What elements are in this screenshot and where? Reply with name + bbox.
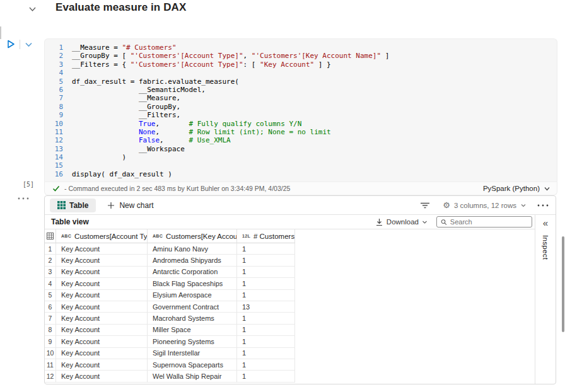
- table-row[interactable]: 10Key AccountSigil Interstellar1: [45, 348, 535, 359]
- table-row[interactable]: 2Key AccountAndromeda Shipyards1: [45, 255, 535, 266]
- row-filler: [295, 359, 535, 371]
- table-row[interactable]: 7Key AccountMacrohard Systems1: [45, 313, 535, 324]
- table-cell: Black Flag Spaceships: [148, 278, 237, 289]
- table-row[interactable]: 11Key AccountSupernova Spaceparts1: [45, 359, 535, 371]
- code-text: display( df_dax_result ): [72, 170, 172, 178]
- column-header[interactable]: ABCCustomers[Account Type]: [56, 229, 148, 243]
- line-number: 13: [45, 145, 72, 153]
- header-filler: [295, 229, 535, 243]
- code-line[interactable]: 2__GroupBy = [ "'Customers'[Account Type…: [45, 52, 557, 60]
- table-cell: Andromeda Shipyards: [148, 255, 237, 266]
- table-cell: 1: [237, 325, 295, 336]
- row-number-cell: 5: [45, 290, 56, 301]
- table-row[interactable]: 9Key AccountPioneering Systems1: [45, 336, 535, 347]
- code-token: __Filters,: [72, 111, 180, 119]
- code-token: # Fully qualify columns Y/N: [189, 120, 301, 128]
- row-filler: [295, 301, 535, 313]
- code-line[interactable]: 3__Filters = { "'Customers'[Account Type…: [45, 61, 557, 69]
- code-token: "Key Account": [260, 61, 314, 69]
- download-button[interactable]: Download: [375, 218, 428, 226]
- table-cell: 1: [237, 348, 295, 359]
- code-text: True, # Fully qualify columns Y/N: [72, 120, 301, 128]
- table-cell: Wel Walla Ship Repair: [148, 371, 237, 382]
- run-cell-button[interactable]: [6, 39, 16, 49]
- table-row[interactable]: 3Key AccountAntarctic Corporation1: [45, 267, 535, 278]
- line-number: 10: [45, 120, 72, 128]
- row-number-cell: 6: [45, 301, 56, 313]
- search-box[interactable]: [436, 216, 532, 228]
- search-input[interactable]: [450, 218, 528, 226]
- code-token: # Row limit (int); None = no limit: [189, 128, 330, 136]
- kernel-selector[interactable]: PySpark (Python): [483, 185, 550, 192]
- filter-icon[interactable]: [420, 201, 430, 210]
- row-number-cell: 3: [45, 267, 56, 278]
- code-text: __Measure,: [72, 94, 180, 102]
- table-row[interactable]: 5Key AccountElysium Aerospace1: [45, 290, 535, 301]
- new-chart-button[interactable]: New chart: [107, 201, 153, 210]
- collapse-panel-button[interactable]: «: [543, 218, 548, 228]
- code-token: # Use_XMLA: [189, 136, 230, 144]
- code-text: None, # Row limit (int); None = no limit: [72, 128, 331, 136]
- column-header[interactable]: ABCCustomers[Key Account Name]: [148, 229, 237, 243]
- table-view-area: Table view Download ABCCustomers[Account…: [45, 215, 535, 384]
- row-filler: [295, 255, 535, 266]
- code-line[interactable]: 6 __SemanticModel,: [45, 86, 557, 94]
- line-number: 2: [45, 52, 72, 60]
- table-row[interactable]: 1Key AccountAminu Kano Navy1: [45, 243, 535, 255]
- code-line[interactable]: 15: [45, 161, 557, 170]
- section-collapse-chevron-icon[interactable]: [28, 4, 37, 14]
- cell-output-panel: Table New chart ⚙ 3 columns, 12 rows Tab…: [44, 195, 556, 384]
- column-header[interactable]: 12L# Customers: [237, 229, 295, 243]
- code-token: __Filters = {: [72, 61, 131, 69]
- code-text: __Measure = "# Customers": [72, 43, 177, 52]
- table-cell: Key Account: [56, 278, 148, 289]
- code-token: __Measure,: [72, 94, 180, 102]
- table-cell: Key Account: [56, 290, 148, 301]
- code-token: __SemanticModel,: [72, 86, 206, 94]
- row-filler: [295, 290, 535, 301]
- cell-more-dots-icon[interactable]: [17, 197, 31, 200]
- code-line[interactable]: 12 False, # Use_XMLA: [45, 136, 557, 144]
- column-row-settings[interactable]: ⚙ 3 columns, 12 rows: [443, 201, 527, 209]
- code-line[interactable]: 4: [45, 69, 557, 77]
- summary-chevron-icon: [520, 202, 527, 209]
- column-header-label: Customers[Key Account Name]: [166, 233, 237, 240]
- table-row[interactable]: 8Key AccountMiller Space1: [45, 325, 535, 336]
- kernel-chevron-icon: [544, 185, 550, 192]
- table-row[interactable]: 12Key AccountWel Walla Ship Repair1: [45, 371, 535, 382]
- inspect-label[interactable]: Inspect: [542, 235, 549, 260]
- table-cell: Key Account: [56, 267, 148, 278]
- cell-status-bar: - Command executed in 2 sec 483 ms by Ku…: [44, 182, 557, 195]
- scrollbar-thumb[interactable]: [562, 236, 564, 332]
- code-line[interactable]: 7 __Measure,: [45, 94, 557, 102]
- code-text: __SemanticModel,: [72, 86, 206, 94]
- code-line[interactable]: 14 ): [45, 153, 557, 161]
- table-cell: Antarctic Corporation: [148, 267, 237, 278]
- table-cell: 1: [237, 255, 295, 266]
- column-header-label: # Customers: [253, 233, 294, 240]
- section-title: Evaluate measure in DAX: [55, 1, 186, 14]
- code-token: True: [139, 120, 156, 128]
- table-row[interactable]: 4Key AccountBlack Flag Spaceships1: [45, 278, 535, 289]
- code-line[interactable]: 1__Measure = "# Customers": [45, 43, 557, 52]
- code-line[interactable]: 16display( df_dax_result ): [45, 170, 557, 178]
- run-options-chevron-icon[interactable]: [24, 40, 33, 49]
- code-token: "'Customers'[Account Type]": [131, 52, 243, 60]
- tab-table[interactable]: Table: [50, 199, 96, 212]
- line-number: 4: [45, 69, 72, 77]
- code-editor[interactable]: 1__Measure = "# Customers"2__GroupBy = […: [44, 38, 557, 182]
- code-token: ,: [155, 128, 189, 136]
- more-options-button[interactable]: [537, 204, 549, 207]
- code-line[interactable]: 10 True, # Fully qualify columns Y/N: [45, 120, 557, 128]
- new-chart-label: New chart: [119, 201, 153, 210]
- code-cell: 1__Measure = "# Customers"2__GroupBy = […: [44, 38, 557, 195]
- table-row[interactable]: 6Key AccountGovernment Contract13: [45, 301, 535, 313]
- table-cell: Key Account: [56, 371, 148, 382]
- code-line[interactable]: 9 __Filters,: [45, 111, 557, 119]
- code-line[interactable]: 8 __GroupBy,: [45, 103, 557, 111]
- code-line[interactable]: 5df_dax_result = fabric.evaluate_measure…: [45, 78, 557, 86]
- code-line[interactable]: 13 __Workspace: [45, 145, 557, 153]
- code-line[interactable]: 11 None, # Row limit (int); None = no li…: [45, 128, 557, 136]
- code-lines: 1__Measure = "# Customers"2__GroupBy = […: [45, 43, 557, 178]
- table-cell: Aminu Kano Navy: [148, 243, 237, 255]
